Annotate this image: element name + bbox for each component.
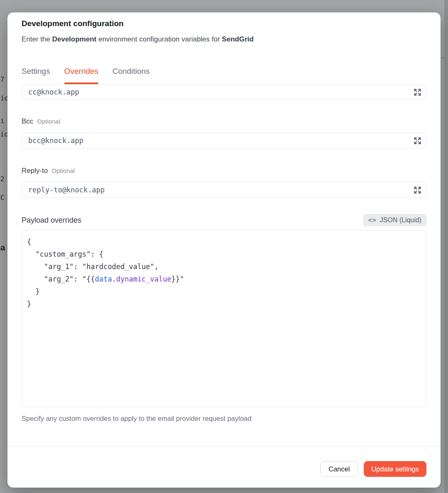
code-icon: <> [368,216,376,224]
json-liquid-badge-label: JSON (Liquid) [380,216,421,224]
subtitle-provider-name: SendGrid [222,35,254,43]
cc-expand-button[interactable] [413,87,422,97]
tab-conditions[interactable]: Conditions [112,65,150,84]
dialog-header: Development configuration Enter the Deve… [7,12,441,84]
payload-overrides-editor[interactable]: { "custom_args": { "arg_1": "hardcoded_v… [22,230,426,407]
background-text-fragment: i [0,117,7,125]
reply-to-label: Reply-to [22,166,48,175]
dialog-subtitle: Enter the Development environment config… [22,34,426,44]
background-text-fragment: 2 [0,175,7,183]
code-line: "arg_2": "{{data.dynamic_value}}" [27,273,421,285]
code-line: { [27,236,421,248]
background-text-fragment: a [0,243,7,252]
code-token-property: .dynamic_value [112,275,171,283]
background-text-fragment: 7 [0,76,7,83]
dialog-title: Development configuration [22,18,426,29]
bcc-field-wrap [22,133,426,148]
expand-icon [413,88,422,97]
tab-settings-label: Settings [22,67,50,75]
code-token-variable: data [95,275,112,283]
cc-field-wrap [22,84,426,100]
bcc-input[interactable] [22,133,426,148]
payload-overrides-header: Payload overrides <> JSON (Liquid) [22,214,426,226]
tab-conditions-label: Conditions [112,67,150,75]
code-line: } [27,298,421,310]
code-line: "arg_1": "hardcoded_value", [27,260,421,273]
footer-divider [7,447,441,447]
tab-bar: Settings Overrides Conditions [22,65,426,84]
tab-overrides[interactable]: Overrides [64,65,98,84]
reply-to-label-row: Reply-to Optional [22,166,426,175]
tab-overrides-label: Overrides [64,67,98,75]
reply-to-input[interactable] [22,182,426,197]
development-configuration-dialog: Development configuration Enter the Deve… [7,12,441,488]
page-scrollbar[interactable] [444,0,448,493]
subtitle-environment-name: Development [52,35,97,43]
tab-settings[interactable]: Settings [22,65,50,84]
code-line: } [27,285,421,298]
reply-to-field-wrap [22,182,426,198]
bcc-expand-button[interactable] [413,136,422,145]
bcc-optional-hint: Optional [37,118,60,125]
background-text-fragment: ic [0,131,7,138]
cancel-button[interactable]: Cancel [320,461,358,477]
json-liquid-badge: <> JSON (Liquid) [363,214,426,226]
bcc-label-row: Bcc Optional [22,117,426,126]
background-text-fragment: C [0,194,7,202]
code-line: "custom_args": { [27,248,421,260]
subtitle-prefix: Enter the [22,35,52,43]
reply-to-expand-button[interactable] [413,185,422,194]
payload-overrides-label: Payload overrides [22,215,81,225]
expand-icon [413,186,422,194]
dialog-footer: Cancel Update settings [320,461,426,477]
update-settings-button[interactable]: Update settings [364,461,426,477]
overrides-form: Bcc Optional Reply-to Optional [7,84,441,423]
cc-input[interactable] [22,85,426,100]
expand-icon [413,136,422,145]
code-token: }}" [171,275,184,283]
reply-to-optional-hint: Optional [51,167,75,174]
background-text-fragment: ic [0,95,7,102]
bcc-label: Bcc [22,117,33,126]
code-token: "arg_2": "{{ [27,275,95,283]
payload-helper-text: Specify any custom overrides to apply to… [22,414,426,423]
subtitle-middle: environment configuration variables for [96,35,222,43]
